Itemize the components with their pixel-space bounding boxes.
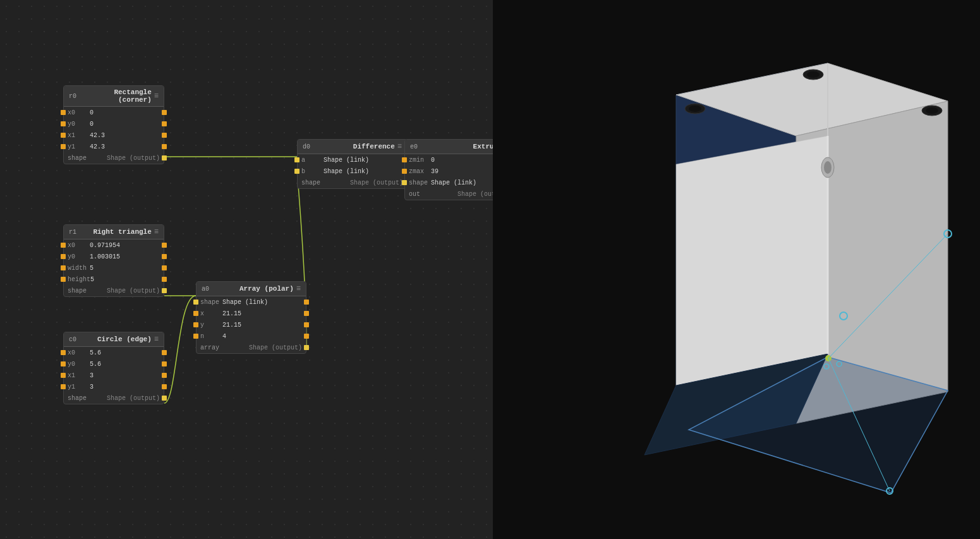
node-c0-y0: y0 5.6 xyxy=(64,358,164,370)
hole-right-top-inner xyxy=(824,161,832,174)
hole-top-left-inner xyxy=(689,106,701,112)
node-c0[interactable]: c0 Circle (edge) ≡ x0 5.6 y0 5.6 x1 3 y1… xyxy=(63,332,164,404)
node-e0-out: out Shape (output) xyxy=(405,188,493,200)
node-r1-header: r1 Right triangle ≡ xyxy=(64,225,164,239)
node-d0-title: Difference xyxy=(313,143,395,150)
port-r0-y1-right[interactable] xyxy=(162,144,167,149)
node-r1[interactable]: r1 Right triangle ≡ x0 0.971954 y0 1.003… xyxy=(63,224,164,297)
node-d0-menu[interactable]: ≡ xyxy=(397,142,402,151)
port-a0-x-right[interactable] xyxy=(304,311,309,316)
node-a0[interactable]: a0 Array (polar) ≡ shape Shape (link) x … xyxy=(196,281,306,354)
port-c0-x1-left[interactable] xyxy=(61,373,66,378)
node-d0-id: d0 xyxy=(303,143,310,150)
node-a0-menu[interactable]: ≡ xyxy=(296,284,301,293)
port-d0-a-left[interactable] xyxy=(294,157,299,162)
node-e0-header: e0 Extrude ≡ xyxy=(405,140,493,154)
port-r0-y1-left[interactable] xyxy=(61,144,66,149)
node-c0-header: c0 Circle (edge) ≡ xyxy=(64,332,164,347)
port-c0-x1-right[interactable] xyxy=(162,373,167,378)
node-a0-title: Array (polar) xyxy=(212,285,294,293)
port-r0-y0-left[interactable] xyxy=(61,121,66,126)
port-a0-n-right[interactable] xyxy=(304,334,309,339)
box-front-face xyxy=(676,136,828,385)
port-r1-x0-left[interactable] xyxy=(61,243,66,248)
viewport[interactable] xyxy=(493,0,980,539)
port-r0-x1-left[interactable] xyxy=(61,133,66,138)
port-a0-shape-left[interactable] xyxy=(193,300,198,305)
port-c0-y1-right[interactable] xyxy=(162,384,167,389)
port-r1-x0-right[interactable] xyxy=(162,243,167,248)
node-e0-zmax: zmax 39 xyxy=(405,166,493,177)
port-a0-x-left[interactable] xyxy=(193,311,198,316)
port-d0-b-left[interactable] xyxy=(294,169,299,174)
port-a0-n-left[interactable] xyxy=(193,334,198,339)
node-c0-menu[interactable]: ≡ xyxy=(154,335,159,344)
node-r0-x1: x1 42.3 xyxy=(64,130,164,141)
node-r0-menu[interactable]: ≡ xyxy=(154,92,159,100)
port-e0-zmax-left[interactable] xyxy=(402,169,407,174)
port-r1-width-right[interactable] xyxy=(162,265,167,270)
hole-top-right-inner xyxy=(926,107,938,114)
node-a0-n: n 4 xyxy=(197,330,306,342)
node-a0-array: array Shape (output) xyxy=(197,342,306,353)
port-r0-y0-right[interactable] xyxy=(162,121,167,126)
node-e0-shape: shape Shape (link) xyxy=(405,177,493,188)
node-e0-title: Extrude xyxy=(420,143,493,150)
port-a0-shape-right[interactable] xyxy=(304,300,309,305)
node-d0-header: d0 Difference ≡ xyxy=(298,140,407,154)
port-r0-shape-right[interactable] xyxy=(162,155,167,160)
node-r0-header: r0 Rectangle (corner) ≡ xyxy=(64,86,164,107)
port-r0-x0-right[interactable] xyxy=(162,110,167,115)
port-c0-y0-left[interactable] xyxy=(61,361,66,366)
port-c0-y1-left[interactable] xyxy=(61,384,66,389)
port-a0-array-right[interactable] xyxy=(304,345,309,350)
node-a0-id: a0 xyxy=(202,286,209,293)
port-c0-x0-right[interactable] xyxy=(162,350,167,355)
conn-c0-a0 xyxy=(164,296,196,403)
node-editor[interactable]: r0 Rectangle (corner) ≡ x0 0 y0 0 x1 42.… xyxy=(0,0,493,539)
port-r1-y0-left[interactable] xyxy=(61,254,66,259)
port-c0-x0-left[interactable] xyxy=(61,350,66,355)
node-r1-y0: y0 1.003015 xyxy=(64,251,164,262)
port-a0-y-right[interactable] xyxy=(304,322,309,327)
viewport-svg xyxy=(493,0,980,539)
port-c0-shape-right[interactable] xyxy=(162,396,167,401)
node-e0-id: e0 xyxy=(410,143,418,150)
port-e0-zmin-left[interactable] xyxy=(402,157,407,162)
node-r1-width: width 5 xyxy=(64,262,164,274)
port-r1-height-left[interactable] xyxy=(61,277,66,282)
node-a0-header: a0 Array (polar) ≡ xyxy=(197,282,306,296)
port-r1-shape-right[interactable] xyxy=(162,288,167,293)
port-a0-y-left[interactable] xyxy=(193,322,198,327)
node-c0-y1: y1 3 xyxy=(64,381,164,392)
node-r1-x0: x0 0.971954 xyxy=(64,239,164,251)
port-r0-x1-right[interactable] xyxy=(162,133,167,138)
port-r1-height-right[interactable] xyxy=(162,277,167,282)
port-r0-x0-left[interactable] xyxy=(61,110,66,115)
node-e0-zmin: zmin 0 xyxy=(405,154,493,166)
node-r0-x0: x0 0 xyxy=(64,107,164,118)
node-r1-shape: shape Shape (output) xyxy=(64,285,164,296)
node-r0-y0: y0 0 xyxy=(64,118,164,130)
node-r0-shape: shape Shape (output) xyxy=(64,152,164,164)
port-e0-shape-left[interactable] xyxy=(402,180,407,185)
node-r0-y1: y1 42.3 xyxy=(64,141,164,152)
node-a0-y: y 21.15 xyxy=(197,319,306,330)
node-e0[interactable]: e0 Extrude ≡ zmin 0 zmax 39 shape Shape … xyxy=(404,139,493,200)
node-c0-id: c0 xyxy=(69,336,76,343)
port-r1-width-left[interactable] xyxy=(61,265,66,270)
hole-top-middle-inner xyxy=(807,71,820,78)
node-r0-title: Rectangle (corner) xyxy=(79,88,152,104)
node-r1-id: r1 xyxy=(69,229,76,236)
node-d0[interactable]: d0 Difference ≡ a Shape (link) b Shape (… xyxy=(297,139,408,189)
port-c0-y0-right[interactable] xyxy=(162,361,167,366)
node-r1-menu[interactable]: ≡ xyxy=(154,227,159,236)
node-c0-title: Circle (edge) xyxy=(79,336,152,343)
node-c0-x0: x0 5.6 xyxy=(64,347,164,358)
node-r0[interactable]: r0 Rectangle (corner) ≡ x0 0 y0 0 x1 42.… xyxy=(63,85,164,164)
node-d0-shape: shape Shape (output) xyxy=(298,177,407,188)
node-d0-b: b Shape (link) xyxy=(298,166,407,177)
node-c0-x1: x1 3 xyxy=(64,370,164,381)
port-r1-y0-right[interactable] xyxy=(162,254,167,259)
node-r1-title: Right triangle xyxy=(79,228,152,236)
